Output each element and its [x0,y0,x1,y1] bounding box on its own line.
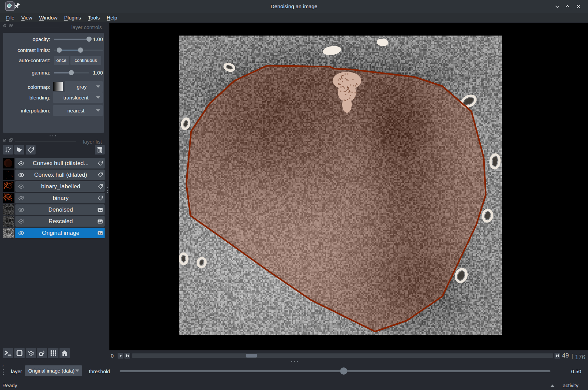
maximize-button[interactable] [563,2,572,11]
activity-expand-icon[interactable] [550,385,554,387]
auto-contrast-label: auto-contrast: [3,57,50,63]
layer-row-rescaled[interactable]: Rescaled [15,216,105,227]
jump-to-start-button[interactable] [124,353,130,359]
play-button[interactable] [118,353,123,359]
opacity-label: opacity: [3,36,50,42]
visibility-eye-off-icon[interactable] [17,207,26,212]
layer-thumbnail [3,204,14,215]
menu-view[interactable]: View [18,14,36,22]
menu-plugins[interactable]: Plugins [61,14,84,22]
auto-contrast-continuous-button[interactable]: continuous [70,56,101,65]
threshold-slider-track[interactable] [120,370,550,372]
delete-layer-button[interactable] [95,145,105,154]
menu-window[interactable]: Window [36,14,61,22]
gamma-label: gamma: [3,70,50,76]
window-title: Denoising an image [0,0,588,13]
dims-slider-handle[interactable] [246,354,257,358]
interpolation-dropdown[interactable]: nearest [53,105,103,116]
dims-axis-label: 0 [111,353,113,359]
console-button[interactable] [3,348,13,358]
layer-row-convex-hull-dilated-[interactable]: Convex hull (dilated... [15,158,105,169]
roll-dimensions-button[interactable] [26,348,36,358]
interpolation-label: interpolation: [3,108,50,113]
layer-select-dropdown[interactable]: Original image (data) [25,365,82,376]
viewer-splitter-handle[interactable] [291,361,298,362]
home-reset-view-button[interactable] [59,348,70,358]
blending-dropdown[interactable]: translucent [53,92,103,103]
layer-controls-panel: opacity: 1.00 contrast limits: auto-cont… [3,33,104,133]
minimize-button[interactable] [553,2,561,11]
new-shapes-layer-button[interactable] [14,145,24,154]
auto-contrast-once-button[interactable]: once [54,56,69,65]
layer-select-label: layer [11,368,22,374]
layer-name: Convex hull (dilated... [26,160,96,167]
menu-help[interactable]: Help [103,14,121,22]
blending-label: blending: [3,95,50,100]
labels-layer-icon [96,161,105,166]
dims-separator: | [572,353,573,360]
chevron-down-icon [75,369,79,372]
widget-close-icon[interactable]: × [2,364,4,367]
menu-tools[interactable]: Tools [84,14,103,22]
dock-resize-handle[interactable] [107,187,108,193]
colormap-label: colormap: [3,84,50,90]
opacity-value: 1.00 [86,36,103,42]
activity-button[interactable]: activity [563,382,578,388]
labels-layer-icon [96,196,105,201]
layer-name: Rescaled [26,218,96,225]
statusbar: Ready activity [0,378,588,390]
new-labels-layer-button[interactable] [26,145,36,154]
threshold-slider-handle[interactable] [340,367,347,375]
napari-window: Denoising an image FileViewWindowPlugins… [0,0,588,390]
layer-name: Denoised [26,206,96,213]
dock-float-icon[interactable] [9,138,13,142]
layer-row-original-image[interactable]: Original image [15,228,105,238]
gamma-slider[interactable] [54,72,89,73]
layer-thumbnail [3,158,14,169]
colormap-value: gray [67,84,96,90]
visibility-eye-icon[interactable] [17,231,26,236]
chevron-down-icon [96,96,100,99]
menu-file[interactable]: File [3,14,18,22]
labels-layer-icon [96,172,105,177]
image-layer-icon [96,207,105,212]
labels-layer-icon [96,184,105,189]
dock-float-icon[interactable] [9,24,13,27]
dims-current-frame: 49 [562,352,569,359]
titlebar[interactable]: Denoising an image [0,0,588,13]
ct-image-with-convex-hull-overlay[interactable] [179,36,502,335]
threshold-label: threshold [89,368,110,374]
close-button[interactable] [574,2,583,11]
contrast-limits-slider[interactable] [54,50,103,51]
layer-row-binary-labelled[interactable]: binary_labelled [15,181,105,192]
jump-to-end-button[interactable] [554,353,560,359]
dims-slider-track[interactable] [132,353,553,358]
colormap-gradient-swatch [53,82,63,91]
layer-list-title: layer list [78,139,102,145]
colormap-dropdown[interactable]: gray [65,81,103,92]
dock-hide-icon[interactable] [3,24,7,27]
visibility-eye-icon[interactable] [17,173,26,177]
visibility-eye-off-icon[interactable] [17,184,26,189]
dock-splitter-handle[interactable] [50,135,56,136]
layer-controls-title: layer controls [62,24,102,30]
dock-hide-icon[interactable] [3,138,7,142]
dims-slider-row: 0 49 | 176 [109,351,588,360]
widget-drag-handle[interactable] [3,369,4,375]
layer-row-denoised[interactable]: Denoised [15,204,105,215]
grid-view-button[interactable] [48,348,58,358]
transpose-dimensions-button[interactable] [37,348,47,358]
menubar: FileViewWindowPluginsToolsHelp [0,13,588,22]
layer-row-binary[interactable]: binary [15,193,105,203]
layer-thumbnail [3,181,14,192]
visibility-eye-off-icon[interactable] [17,196,26,201]
layer-row-convex-hull-dilated-[interactable]: Convex hull (dilated) [15,170,105,180]
visibility-eye-off-icon[interactable] [17,219,26,224]
ndisplay-toggle-button[interactable] [14,348,25,358]
opacity-slider[interactable] [54,39,89,40]
dock-header-line [15,27,59,27]
new-points-layer-button[interactable] [3,145,13,154]
contrast-limits-label: contrast limits: [3,47,50,53]
blending-value: translucent [56,95,96,100]
visibility-eye-icon[interactable] [17,161,26,166]
